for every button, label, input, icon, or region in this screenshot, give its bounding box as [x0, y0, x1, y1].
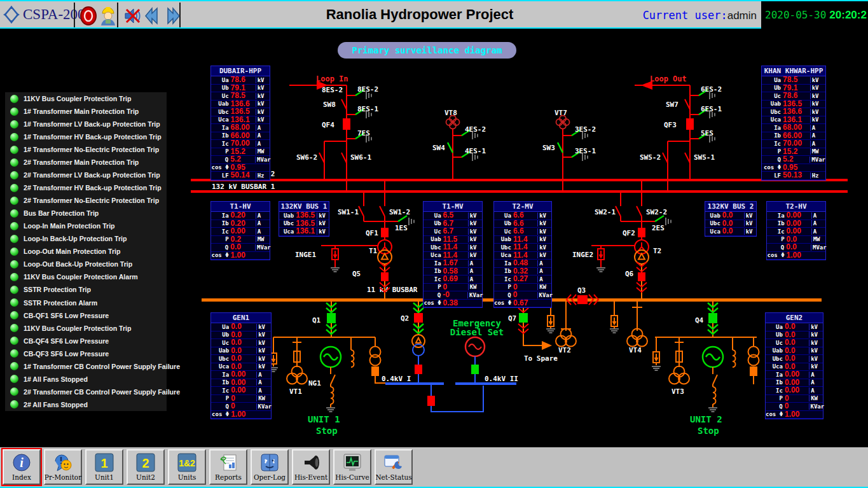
measurement-value: 0: [511, 291, 537, 298]
panel-row: P0KW: [424, 284, 482, 292]
station-service-1: Q2: [401, 302, 425, 383]
alarm-list-item[interactable]: 2# Transformer CB Control Power Supply F…: [5, 386, 167, 398]
breaker-qf4[interactable]: [343, 118, 350, 130]
measurement-value: 0.00: [783, 371, 809, 378]
breaker-qf3[interactable]: [686, 118, 694, 130]
alarm-list-item[interactable]: Loop-Out Back-Up Protection Trip: [5, 258, 167, 270]
measurement-unit: kV: [468, 220, 482, 227]
measurement-label: Ic: [211, 141, 229, 147]
es6-1-label: 6ES-1: [701, 105, 722, 113]
green-led-icon: [10, 400, 18, 408]
reports-button[interactable]: Reports: [209, 449, 247, 485]
breaker-q3[interactable]: [577, 295, 588, 304]
measurement-value: 0.00: [785, 228, 811, 235]
measurement-label: Ua: [766, 324, 783, 330]
breaker-q1[interactable]: [327, 313, 336, 323]
measurement-unit: kV: [809, 331, 823, 338]
lv-breaker-1[interactable]: [415, 365, 422, 374]
lv-tie-breaker[interactable]: [427, 396, 435, 406]
q7-label: Q7: [508, 314, 516, 323]
busbar-11-label: 11 kV BUSBAR: [367, 286, 418, 294]
alarm-list-item[interactable]: 11KV Bus Coupler Protection Alarm: [5, 270, 167, 283]
unit1-button[interactable]: 1 Unit1: [85, 449, 123, 485]
his-event-button[interactable]: His-Event: [292, 449, 330, 485]
measurement-label: Ib: [767, 220, 785, 227]
measurement-value: 68.00: [781, 124, 810, 131]
alarm-list-item[interactable]: 2# Transformer Main Protection Trip: [5, 156, 167, 169]
alarm-list-item[interactable]: Loop-Out Main Protection Trip: [5, 245, 167, 258]
measurement-value: 6.7: [441, 220, 468, 227]
ng1-label: NG1: [308, 379, 321, 387]
measurement-unit: A: [810, 125, 825, 131]
sw6-1-label: SW6-1: [350, 153, 371, 162]
alarm-list-item[interactable]: 11KV Bus Coupler Protection Trip: [5, 92, 167, 105]
alarm-list-item[interactable]: CB-QF3 SF6 Low Pressure: [5, 347, 167, 360]
alarm-list-item[interactable]: 1# Transformer Main Protection Trip: [5, 105, 167, 118]
measurement-unit: kV: [537, 220, 551, 227]
alarm-list-item[interactable]: Bus Bar Protection Trip: [5, 207, 167, 220]
units-button[interactable]: 1&2 Units: [168, 449, 206, 485]
alarm-text: 1# Transformer Main Protection Trip: [24, 108, 139, 115]
measurement-unit: A: [811, 213, 825, 219]
alarm-list-item[interactable]: 1# Transformer LV Back-up Protection Tri…: [5, 118, 167, 130]
measurement-value: 0.0: [229, 323, 256, 330]
reports-icon: [219, 452, 238, 473]
alarm-list-item[interactable]: CB-QF1 SF6 Low Pressure: [5, 309, 167, 322]
breaker-q4[interactable]: [708, 313, 717, 323]
alarm-list-item[interactable]: SSTR Protection Alarm: [5, 296, 167, 309]
alarm-list-item[interactable]: SSTR Protection Trip: [5, 283, 167, 296]
pr-monitor-button[interactable]: Pr-Monitor: [44, 449, 82, 485]
measurement-label: Q: [494, 292, 511, 298]
measurement-value: -0: [441, 291, 467, 298]
alarm-list-item[interactable]: 1# Transformer CB Control Power Supply F…: [5, 360, 167, 373]
breaker-qf2[interactable]: [638, 228, 645, 237]
measurement-unit: KVar: [467, 292, 482, 298]
alarm-list-item[interactable]: CB-QF4 SF6 Low Pressure: [5, 335, 167, 347]
alarm-list-item[interactable]: 2# Transformer No-Electric Protection Tr…: [5, 194, 167, 207]
breaker-qf1[interactable]: [381, 228, 389, 237]
panel-row: cos Φ0.67: [494, 300, 551, 308]
breaker-q2[interactable]: [414, 313, 423, 323]
measurement-value: 136.5: [229, 108, 256, 115]
measurement-value: 78.6: [781, 92, 810, 99]
his-curve-button[interactable]: His-Curve: [333, 449, 371, 485]
measurement-label: Q: [211, 403, 229, 410]
diesel-breaker[interactable]: [471, 365, 479, 374]
measurement-unit: A: [256, 132, 270, 139]
green-led-icon: [10, 146, 18, 154]
measurement-label: Uc: [762, 93, 781, 99]
gen1-aux-breaker[interactable]: [371, 366, 379, 376]
alarm-list-item[interactable]: 2# Transformer LV Back-up Protection Tri…: [5, 169, 167, 181]
measurement-unit: KW: [809, 395, 823, 401]
alarm-list-item[interactable]: 2# All Fans Stopped: [5, 398, 167, 411]
breaker-q7[interactable]: [519, 313, 528, 323]
measurement-label: Ua: [424, 213, 441, 219]
measurement-value: 0.69: [441, 275, 468, 282]
unit2-button[interactable]: 2 Unit2: [127, 449, 165, 485]
busbar-132kv-1[interactable]: [191, 190, 848, 193]
sw1-1-label: SW1-1: [338, 208, 359, 216]
unit2-label: UNIT 2: [690, 414, 722, 424]
measurement-label: P: [211, 395, 229, 401]
inge2-label: INGE2: [572, 251, 593, 259]
alarm-list-item[interactable]: Loop-In Main Protection Trip: [5, 220, 167, 232]
oper-log-button[interactable]: Oper-Log: [251, 449, 289, 485]
gen2-aux-breaker[interactable]: [750, 366, 757, 376]
measurement-unit: kV: [256, 347, 271, 354]
alarm-list-item[interactable]: Loop-In Back-Up Protection Trip: [5, 232, 167, 245]
alarm-list-item[interactable]: 1# Transformer No-Electric Protection Tr…: [5, 143, 167, 156]
index-button[interactable]: i Index: [3, 449, 41, 485]
measurement-unit: KVar: [256, 403, 272, 410]
measurement-value: 0.67: [511, 300, 537, 307]
panel-row: Ic0.00A: [766, 387, 823, 395]
alarm-list-item[interactable]: 1# All Fans Stopped: [5, 373, 167, 386]
alarm-list-item[interactable]: 1# Transformer HV Back-up Protection Tri…: [5, 130, 167, 143]
alarm-list-item[interactable]: 2# Transformer HV Back-up Protection Tri…: [5, 181, 167, 194]
net-status-button[interactable]: Net-Status: [375, 449, 413, 485]
breaker-q5[interactable]: [381, 272, 389, 281]
alarm-list-item[interactable]: 11KV Bus Coupler Protection Trip: [5, 322, 167, 335]
inge1-label: INGE1: [295, 251, 316, 259]
busbar-132kv-2[interactable]: [191, 179, 848, 181]
breaker-q6[interactable]: [638, 272, 645, 281]
measurement-label: cos Φ: [766, 411, 783, 417]
